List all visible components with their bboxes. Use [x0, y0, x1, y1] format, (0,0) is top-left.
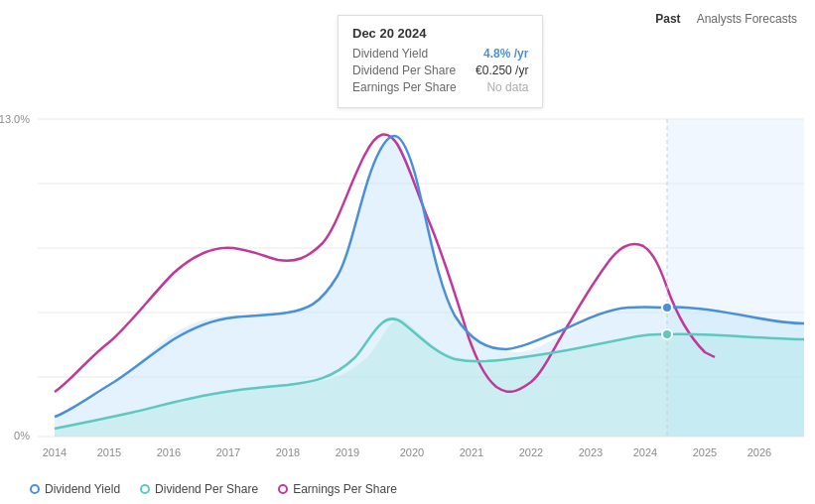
svg-text:13.0%: 13.0% — [0, 113, 30, 125]
svg-text:0%: 0% — [14, 430, 30, 441]
svg-text:2021: 2021 — [460, 446, 483, 458]
legend-dot-blue — [30, 484, 40, 494]
tooltip-row-2: Dividend Per Share €0.250 /yr — [352, 63, 528, 77]
svg-text:2026: 2026 — [747, 446, 771, 458]
legend-label-dividend-per-share: Dividend Per Share — [155, 482, 258, 496]
legend-item-dividend-per-share: Dividend Per Share — [140, 482, 258, 496]
svg-point-24 — [662, 329, 672, 339]
tooltip: Dec 20 2024 Dividend Yield 4.8% /yr Divi… — [338, 15, 543, 108]
tooltip-row-1: Dividend Yield 4.8% /yr — [352, 47, 528, 61]
legend-label-dividend-yield: Dividend Yield — [45, 482, 120, 496]
svg-text:2025: 2025 — [693, 446, 717, 458]
svg-text:2015: 2015 — [97, 446, 121, 458]
tooltip-value-2: €0.250 /yr — [475, 63, 528, 77]
legend-dot-magenta — [278, 484, 288, 494]
chart-container: Dec 20 2024 Dividend Yield 4.8% /yr Divi… — [0, 0, 815, 504]
tooltip-value-3: No data — [486, 80, 528, 94]
legend-item-dividend-yield: Dividend Yield — [30, 482, 120, 496]
tooltip-label-2: Dividend Per Share — [352, 63, 456, 77]
tooltip-date: Dec 20 2024 — [352, 26, 528, 41]
svg-text:2018: 2018 — [276, 446, 300, 458]
svg-text:2016: 2016 — [157, 446, 181, 458]
tooltip-label-3: Earnings Per Share — [352, 80, 457, 94]
tooltip-label-1: Dividend Yield — [352, 47, 428, 61]
svg-text:2017: 2017 — [216, 446, 240, 458]
svg-text:2020: 2020 — [400, 446, 424, 458]
legend-dot-teal — [140, 484, 150, 494]
tooltip-row-3: Earnings Per Share No data — [352, 80, 528, 94]
chart-legend: Dividend Yield Dividend Per Share Earnin… — [30, 482, 397, 496]
svg-text:2023: 2023 — [579, 446, 603, 458]
tooltip-value-1: 4.8% /yr — [483, 47, 528, 61]
svg-point-23 — [662, 303, 672, 313]
svg-text:2024: 2024 — [633, 446, 657, 458]
legend-item-earnings-per-share: Earnings Per Share — [278, 482, 397, 496]
legend-label-earnings-per-share: Earnings Per Share — [293, 482, 397, 496]
svg-text:2014: 2014 — [43, 446, 67, 458]
svg-text:2019: 2019 — [336, 446, 359, 458]
svg-text:2022: 2022 — [519, 446, 543, 458]
